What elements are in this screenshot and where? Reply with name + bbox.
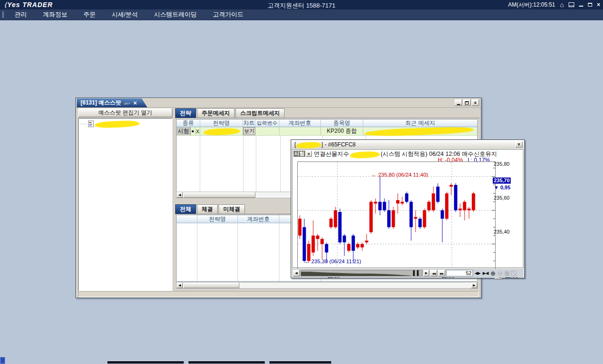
navigator-silhouette (301, 271, 422, 276)
annotation-session-high: ← 235,80 (06/24 11:40) (371, 172, 428, 178)
spot-window-titlebar: [6131] 예스스팟 × × (76, 98, 481, 108)
background-window-edge-2[interactable] (188, 361, 265, 364)
app-close-button[interactable]: × (597, 3, 600, 7)
open-editor-button[interactable]: 예스스팟 편집기 열기 (78, 108, 172, 117)
ytick-235-60: 235,60 (494, 195, 510, 201)
tab-filled[interactable]: 체결 (197, 204, 218, 214)
col-order-strategy: 전략명 (197, 215, 238, 223)
price-change-label: ▼ 0,95 (494, 185, 510, 190)
candlestick-plot: ← 235,80 (06/24 11:40) ← 235,30 (06/24 1… (297, 162, 496, 272)
orders-scroll-left-icon[interactable]: ◀ (177, 283, 183, 288)
candles-svg (298, 162, 495, 272)
chart-test-badge: 시험 (293, 151, 305, 157)
chart-title-redacted (297, 142, 320, 148)
navigator-handles-icon[interactable]: ▌▌ (413, 270, 421, 275)
annotation-session-low: ← 235,30 (06/24 11:21) (304, 259, 361, 264)
spot-close-button[interactable]: × (472, 99, 479, 106)
row-symbol: KP200 종합 (321, 127, 363, 135)
chart-badge-close-icon[interactable]: × (306, 151, 312, 157)
ytick-235-80: 235,80 (494, 161, 510, 167)
menu-account-info[interactable]: 계좌정보 (35, 10, 75, 19)
spot-maximize-button[interactable] (463, 99, 471, 106)
strategy-scroll-thumb[interactable] (183, 192, 255, 198)
zoom-in-icon[interactable]: ⊕ (490, 270, 496, 277)
strategy-scroll-left-icon[interactable]: ◀ (177, 192, 183, 198)
col-type: 종류 (177, 120, 200, 127)
orders-table-hscrollbar[interactable]: ◀ ▶ (176, 282, 478, 289)
home-icon[interactable]: ⌂ (560, 1, 564, 8)
script-file-icon (88, 121, 94, 127)
spot-tab-close-icon[interactable]: × (133, 99, 137, 106)
tab-script-message[interactable]: 스크립트메세지 (236, 108, 285, 118)
scribble-icon (123, 100, 131, 105)
strategy-tree (78, 118, 172, 291)
col-input-vars: 입력변수 (255, 120, 279, 127)
col-order-account: 계좌번호 (238, 215, 279, 223)
menu-bar: 관리 계좌정보 주문 시세/분석 시스템트레이딩 고객가이드 (0, 9, 603, 20)
row-x-flag[interactable]: X (196, 127, 200, 135)
menu-quote-analysis[interactable]: 시세/분석 (104, 10, 146, 19)
tab-strategy[interactable]: 전략 (175, 108, 196, 118)
chart-view-button[interactable]: 보기 (243, 127, 255, 135)
spot-window-tab[interactable]: [6131] 예스스팟 × (77, 98, 147, 107)
chart-toolbar: ◀ ▌▌ ▶ ◀◀ ▶▶ ◀▶ ▶◀ ⊕ ⊖ ▦ (292, 269, 523, 277)
col-blank1 (177, 215, 197, 223)
col-symbol: 종목명 (321, 120, 363, 127)
app-minimize-button[interactable] (579, 3, 583, 7)
tree-item-label-redacted (95, 120, 139, 127)
nav-fast-right-icon[interactable]: ▶▶ (438, 270, 445, 276)
strategy-row[interactable]: 시험 ■ X 보기 KP200 종합 (177, 127, 477, 136)
col-account-no: 계좌번호 (279, 120, 321, 127)
nav-fast-left-icon[interactable]: ◀◀ (430, 270, 437, 276)
tab-unfilled[interactable]: 미체결 (219, 204, 245, 214)
expand-icon[interactable]: ◀▶ (474, 271, 481, 275)
menu-manage[interactable]: 관리 (7, 10, 35, 19)
nav-right-icon[interactable]: ▶ (424, 270, 429, 276)
row-strategy-name-redacted (200, 127, 243, 135)
menu-order[interactable]: 주문 (75, 10, 104, 19)
chart-symbol: 연결선물지수 (314, 151, 349, 157)
taskbar-corner-app[interactable] (0, 357, 5, 364)
collapse-icon[interactable]: ▶◀ (482, 271, 489, 275)
crosshair-toggle-icon[interactable] (511, 271, 516, 276)
chart-title-text: ] - #65FCFC8 (321, 141, 356, 148)
col-strategy-name: 전략명 (200, 120, 243, 127)
chart-navigator[interactable]: ▌▌ (301, 270, 423, 276)
col-chart: 차트 (243, 120, 255, 127)
menu-system-trading[interactable]: 시스템트레이딩 (146, 10, 205, 19)
grid-toggle-icon[interactable]: ▦ (504, 270, 510, 276)
current-price-box: 235,70 (493, 178, 511, 184)
tab-all[interactable]: 전체 (175, 204, 196, 214)
monitor-icon[interactable] (569, 2, 574, 7)
chart-header-redacted (350, 151, 379, 158)
chart-body: 시험 × 연결선물지수 (시스템 시험적용) 06/24 12:06 매수신호유… (292, 149, 523, 268)
col-last-message: 최근 메세지 (363, 120, 477, 127)
zoom-out-icon[interactable]: ⊖ (497, 270, 503, 277)
row-account-no (279, 127, 321, 135)
orders-scroll-thumb[interactable] (183, 283, 239, 288)
tree-item[interactable] (79, 119, 172, 127)
row-type-badge: 시험 (177, 127, 191, 135)
menu-customer-guide[interactable]: 고객가이드 (205, 10, 252, 19)
chart-close-button[interactable]: × (515, 141, 522, 147)
row-input-vars (255, 127, 279, 135)
server-clock: AM(서버):12:05:51 (508, 1, 555, 9)
menu-grip[interactable] (2, 11, 4, 18)
chart-title-bracket-open: [ (294, 141, 296, 148)
spot-minimize-button[interactable] (455, 99, 462, 106)
ytick-235-40: 235,40 (494, 229, 510, 235)
status-strip (78, 291, 479, 297)
tab-order-message[interactable]: 주문메세지 (197, 108, 235, 118)
row-active-square-icon[interactable]: ■ (191, 127, 196, 135)
row-last-message-redacted (363, 127, 477, 135)
background-window-edge-3[interactable] (269, 361, 331, 364)
candle-count-input[interactable] (446, 270, 473, 276)
chart-signal-text: (시스템 시험적용) 06/24 12:06 매수신호유지 (381, 151, 497, 157)
chart-window-titlebar[interactable]: [ ] - #65FCFC8 × (292, 140, 524, 149)
app-titlebar: ⟨Yes TRADER 고객지원센터 1588-7171 AM(서버):12:0… (0, 0, 603, 9)
nav-left-icon[interactable]: ◀ (293, 270, 300, 276)
chart-window: [ ] - #65FCFC8 × 시험 × 연결선물지수 (시스템 시험적용) … (291, 139, 525, 278)
background-window-edge-1[interactable] (107, 361, 184, 364)
app-restore-button[interactable] (588, 3, 592, 7)
orders-scroll-right-icon[interactable]: ▶ (471, 283, 477, 288)
